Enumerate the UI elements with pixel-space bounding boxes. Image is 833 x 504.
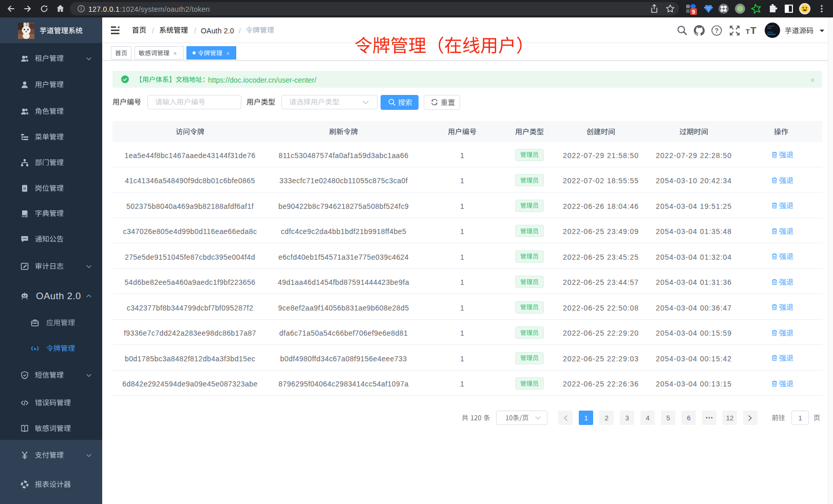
svg-text:9: 9 (692, 9, 695, 15)
svg-text:a: a (34, 346, 36, 351)
svg-text:?: ? (715, 27, 718, 34)
